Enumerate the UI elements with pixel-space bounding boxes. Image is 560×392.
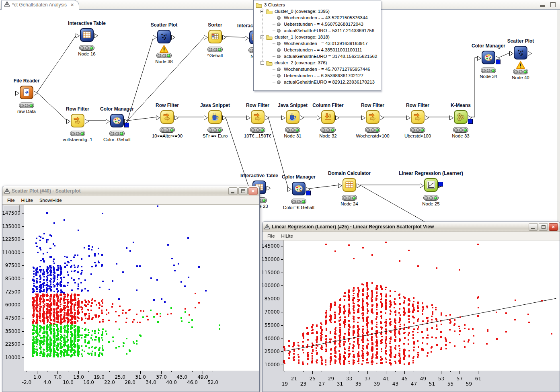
input-port[interactable]: [106, 118, 110, 123]
output-port[interactable]: [357, 183, 361, 187]
input-port[interactable]: [406, 115, 410, 119]
input-port[interactable]: [449, 115, 453, 119]
regression-canvas[interactable]: [263, 240, 560, 392]
node-label: ^Gehalt: [207, 53, 223, 58]
linear-regression-window[interactable]: Linear Regression (Learner) (#25) - Line…: [262, 222, 560, 392]
node-k-means[interactable]: K-MeansNode 33: [454, 110, 468, 124]
output-port[interactable]: [425, 115, 429, 119]
node-row-filter-5[interactable]: Row FilterÜberstd<100: [411, 110, 425, 124]
minimize-button[interactable]: [529, 223, 538, 231]
input-port[interactable]: [287, 186, 291, 191]
maximize-view-button[interactable]: [550, 2, 557, 8]
node-interactive-table-16[interactable]: Interactive TableNode 16: [80, 28, 94, 42]
tree-leaf-row[interactable]: actualGehaltInEURO = 31748.156215621562: [254, 53, 381, 60]
minimize-view-button[interactable]: [539, 2, 546, 8]
editor-tab[interactable]: *ct Gehaltsdaten Analysis ✕: [1, 0, 79, 10]
traffic-light-status: [285, 127, 300, 133]
close-button[interactable]: ✕: [248, 187, 258, 195]
output-port[interactable]: [267, 185, 271, 190]
input-port[interactable]: [317, 115, 321, 119]
output-port[interactable]: [34, 90, 38, 95]
node-color-manager-1[interactable]: Color ManagerColor=Gehalt: [110, 114, 124, 127]
node-sorter[interactable]: Sorter^Gehalt: [208, 30, 222, 43]
node-scatter-plot-38[interactable]: Scatter PlotNode 38: [157, 30, 171, 43]
model-port[interactable]: [496, 60, 501, 64]
node-label: Node 32: [319, 133, 336, 138]
input-port[interactable]: [420, 183, 424, 187]
node-row-filter-3[interactable]: Row Filter10T€...150T€: [251, 110, 265, 124]
tree-leaf-row[interactable]: actualGehaltInEURO = 82912.23936170213: [254, 79, 381, 85]
output-port[interactable]: [174, 115, 178, 119]
output-port[interactable]: [85, 118, 89, 123]
tree-cluster-row[interactable]: cluster_0 (coverage: 1395): [254, 8, 381, 14]
close-button[interactable]: ✕: [549, 223, 558, 231]
input-port[interactable]: [477, 55, 481, 60]
node-row-filter-4[interactable]: Row FilterWochenstd<100: [366, 110, 379, 124]
output-port[interactable]: [171, 34, 175, 39]
tree-leaf-row[interactable]: Ueberstunden - = 4.385011001100111: [254, 47, 381, 53]
input-port[interactable]: [281, 115, 285, 119]
tree-root-row[interactable]: 3 Clusters: [254, 2, 381, 8]
model-port[interactable]: [306, 191, 311, 195]
output-port[interactable]: [222, 34, 226, 39]
tree-leaf-row[interactable]: Wochenstunden - = 43.01391639163917: [254, 40, 381, 47]
input-port[interactable]: [509, 50, 513, 55]
tree-leaf-row[interactable]: Ueberstunden - = 4.560752688172043: [254, 21, 381, 27]
node-java-snippet-1[interactable]: Java SnippetSFr => Euro: [208, 110, 222, 124]
output-port[interactable]: [222, 115, 226, 119]
scatter-window-titlebar[interactable]: Scatter Plot (#40) - Scatterplot ✕: [2, 186, 259, 196]
input-port[interactable]: [204, 115, 208, 119]
output-port[interactable]: [528, 50, 532, 55]
tree-leaf-row[interactable]: Wochenstunden - = 43.52021505376344: [254, 14, 381, 21]
tree-leaf-row[interactable]: Wochenstunden - = 45.707712765957446: [254, 66, 381, 72]
node-column-filter[interactable]: Column FilterNode 32: [321, 110, 335, 124]
output-port[interactable]: [380, 115, 384, 119]
menu-file[interactable]: File: [4, 197, 18, 203]
tree-cluster-row[interactable]: cluster_1 (coverage: 1818): [254, 34, 381, 40]
input-port[interactable]: [156, 115, 160, 119]
node-scatter-plot-40[interactable]: Scatter PlotNode 40: [514, 46, 527, 60]
warning-triangle-icon: [160, 45, 168, 53]
input-port[interactable]: [246, 115, 250, 119]
maximize-button[interactable]: [238, 187, 248, 195]
output-port[interactable]: [265, 115, 269, 119]
menu-show-hide[interactable]: Show/Hide: [36, 197, 65, 203]
maximize-button[interactable]: [539, 223, 548, 231]
minimize-button[interactable]: [228, 187, 238, 195]
menu-file[interactable]: File: [264, 233, 278, 239]
tree-leaf-row[interactable]: Ueberstunden - = 6.353989361702127: [254, 72, 381, 79]
output-port[interactable]: [94, 33, 98, 37]
input-port[interactable]: [153, 34, 157, 39]
traffic-light-status: [410, 127, 425, 133]
node-linear-regression[interactable]: Linear Regression (Learner)Node 25: [424, 178, 438, 192]
output-port[interactable]: [335, 115, 339, 119]
node-color-manager-2[interactable]: Color ManagerNode 34: [482, 51, 495, 64]
tab-close-icon[interactable]: ✕: [70, 2, 74, 8]
regression-window-titlebar[interactable]: Linear Regression (Learner) (#25) - Line…: [263, 222, 560, 232]
tree-cluster-row[interactable]: cluster_2 (coverage: 376): [254, 60, 381, 66]
model-port[interactable]: [124, 123, 129, 127]
input-port[interactable]: [204, 34, 208, 39]
input-port[interactable]: [361, 115, 365, 119]
input-port[interactable]: [338, 183, 342, 187]
traffic-light-status: [513, 69, 528, 74]
tree-leaf-row[interactable]: actualGehaltInEURO = 53117.21433691756: [254, 27, 381, 34]
node-row-filter-1[interactable]: Row Filtervollstaendig=1: [71, 114, 84, 127]
model-port[interactable]: [438, 182, 443, 187]
input-port[interactable]: [76, 33, 80, 37]
input-port[interactable]: [245, 35, 249, 40]
scatter-plot-window[interactable]: Scatter Plot (#40) - Scatterplot ✕ FileH…: [2, 186, 260, 392]
output-port[interactable]: [300, 115, 304, 119]
scatterplot-canvas[interactable]: [2, 205, 259, 392]
traffic-light-status: [79, 45, 94, 51]
node-java-snippet-2[interactable]: Java SnippetNode 31: [286, 110, 299, 124]
model-port[interactable]: [468, 119, 473, 124]
menu-hilite[interactable]: HiLite: [18, 197, 36, 203]
menu-hilite[interactable]: HiLite: [278, 233, 296, 239]
node-domain-calculator[interactable]: Domain CalculatorNode 24: [343, 178, 356, 192]
input-port[interactable]: [15, 90, 19, 95]
input-port[interactable]: [66, 118, 70, 123]
node-row-filter-2[interactable]: Row Filter10<=Alter<=90: [160, 110, 174, 124]
node-color-manager-3[interactable]: Color ManagerColor=€-Gehalt: [292, 182, 306, 195]
node-file-reader[interactable]: File Readerraw Data: [20, 86, 33, 99]
